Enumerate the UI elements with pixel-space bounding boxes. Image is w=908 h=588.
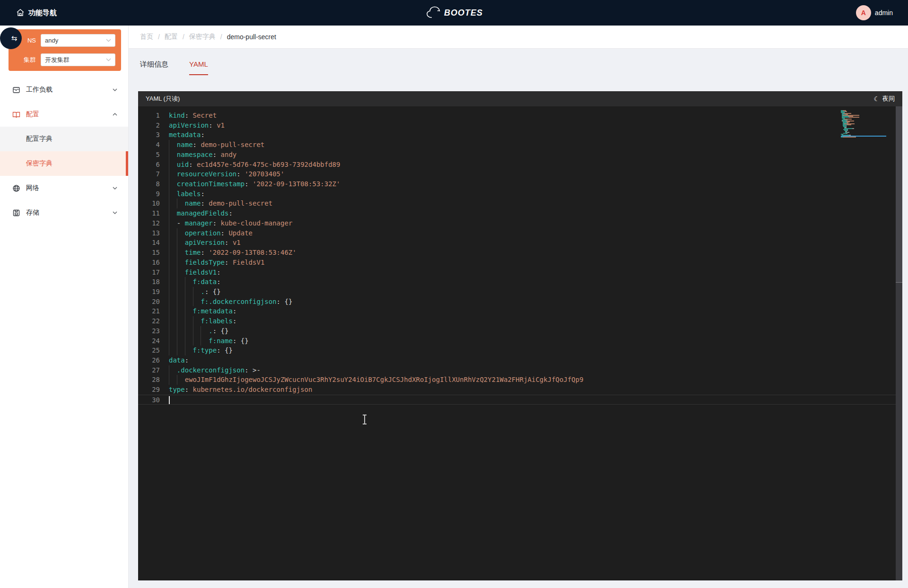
editor-scrollbar-thumb[interactable]: [896, 106, 902, 283]
code-text: [169, 395, 896, 404]
namespace-cluster-panel: ⇆ NS andy 集群 开发集群: [9, 29, 121, 71]
line-number: 24: [138, 336, 160, 346]
code-text: apiVersion: v1: [169, 238, 896, 248]
indent-guide: [193, 336, 193, 346]
editor-minimap[interactable]: [841, 110, 888, 138]
user-menu[interactable]: A admin: [856, 0, 893, 26]
code-text: kind: Secret: [169, 111, 896, 121]
yaml-code-area[interactable]: 1kind: Secret2apiVersion: v13metadata:4 …: [138, 106, 896, 580]
indent-guide: [177, 326, 177, 336]
breadcrumb-home[interactable]: 首页: [140, 33, 153, 41]
indent-guide: [169, 316, 169, 326]
line-number: 4: [138, 140, 160, 150]
yaml-editor-header: YAML (只读) ☾ 夜间: [138, 91, 902, 106]
sidebar-subitem-label: 保密字典: [26, 159, 52, 168]
moon-icon: ☾: [873, 95, 880, 103]
line-number: 14: [138, 238, 160, 248]
sidebar-item-storage[interactable]: 存储: [0, 200, 128, 225]
breadcrumb-separator: /: [158, 33, 160, 41]
code-text: fieldsV1:: [169, 268, 896, 277]
indent-guide: [169, 208, 169, 218]
indent-guide: [169, 336, 169, 346]
line-number: 6: [138, 160, 160, 170]
cluster-select[interactable]: 开发集群: [41, 53, 115, 66]
indent-guide: [185, 346, 185, 355]
code-line-8: 8 creationTimestamp: '2022-09-13T08:53:3…: [138, 179, 896, 189]
code-line-27: 27 .dockerconfigjson: >-: [138, 365, 896, 375]
line-number: 28: [138, 375, 160, 385]
code-line-18: 18 f:data:: [138, 277, 896, 287]
line-number: 18: [138, 277, 160, 287]
line-number: 27: [138, 365, 160, 375]
indent-guide: [185, 277, 185, 287]
indent-guide: [169, 326, 169, 336]
sidebar-item-workload[interactable]: 工作负载: [0, 78, 128, 102]
indent-guide: [169, 218, 169, 228]
code-line-12: 12 - manager: kube-cloud-manager: [138, 218, 896, 228]
indent-guide: [193, 326, 193, 336]
indent-guide: [169, 228, 169, 238]
indent-guide: [169, 277, 169, 287]
indent-guide: [169, 306, 169, 316]
indent-guide: [185, 297, 185, 307]
night-mode-toggle[interactable]: ☾ 夜间: [873, 95, 895, 103]
user-avatar[interactable]: A: [856, 5, 871, 20]
sidebar-item-network[interactable]: 网络: [0, 176, 128, 200]
chevron-down-icon: [112, 87, 118, 93]
code-text: f:metadata:: [169, 306, 896, 316]
code-line-23: 23 .: {}: [138, 326, 896, 336]
code-text: fieldsType: FieldsV1: [169, 258, 896, 268]
sidebar-item-config[interactable]: 配置: [0, 102, 128, 127]
indent-guide: [169, 248, 169, 258]
code-line-7: 7 resourceVersion: '20703405': [138, 169, 896, 179]
chevron-down-icon: [106, 39, 111, 42]
indent-guide: [177, 248, 177, 258]
namespace-select[interactable]: andy: [41, 34, 115, 47]
code-text: ewoJImF1dGhzIjogewoJCSJyZWcucnVuc3RhY2su…: [169, 375, 896, 385]
storage-icon: [12, 209, 20, 217]
sidebar-collapse-button[interactable]: ⇆: [0, 27, 22, 49]
code-text: f:type: {}: [169, 346, 896, 355]
line-number: 7: [138, 169, 160, 179]
indent-guide: [185, 287, 185, 297]
indent-guide: [169, 169, 169, 179]
brand-name: BOOTES: [444, 8, 483, 18]
tab-detail-info[interactable]: 详细信息: [140, 60, 168, 75]
line-number: 21: [138, 306, 160, 316]
code-line-3: 3metadata:: [138, 130, 896, 140]
chevron-down-icon: [112, 210, 118, 216]
breadcrumb-separator: /: [220, 33, 222, 41]
code-text: operation: Update: [169, 228, 896, 238]
code-line-13: 13 operation: Update: [138, 228, 896, 238]
indent-guide: [193, 297, 193, 307]
code-text: labels:: [169, 189, 896, 199]
indent-guide: [185, 306, 185, 316]
breadcrumb-secret-dict[interactable]: 保密字典: [189, 33, 216, 41]
indent-guide: [185, 316, 185, 326]
line-number: 20: [138, 297, 160, 307]
line-number: 5: [138, 150, 160, 160]
indent-guide: [169, 140, 169, 150]
indent-guide: [177, 268, 177, 277]
sidebar-subitem-configmap[interactable]: 配置字典: [0, 127, 128, 151]
breadcrumb-config[interactable]: 配置: [165, 33, 178, 41]
indent-guide: [177, 287, 177, 297]
code-line-24: 24 f:name: {}: [138, 336, 896, 346]
indent-guide: [177, 228, 177, 238]
line-number: 12: [138, 218, 160, 228]
line-number: 16: [138, 258, 160, 268]
indent-guide: [169, 365, 169, 375]
namespace-value: andy: [45, 37, 106, 44]
code-text: data:: [169, 355, 896, 365]
indent-guide: [193, 316, 193, 326]
code-text: f:data:: [169, 277, 896, 287]
line-number: 25: [138, 346, 160, 355]
sidebar-subitem-label: 配置字典: [26, 135, 52, 143]
workload-icon: [12, 86, 20, 94]
line-number: 10: [138, 199, 160, 208]
code-line-14: 14 apiVersion: v1: [138, 238, 896, 248]
sidebar-subitem-secret[interactable]: 保密字典: [0, 151, 128, 176]
tab-yaml[interactable]: YAML: [189, 60, 208, 75]
line-number: 11: [138, 208, 160, 218]
function-nav-button[interactable]: 功能导航: [16, 9, 57, 17]
